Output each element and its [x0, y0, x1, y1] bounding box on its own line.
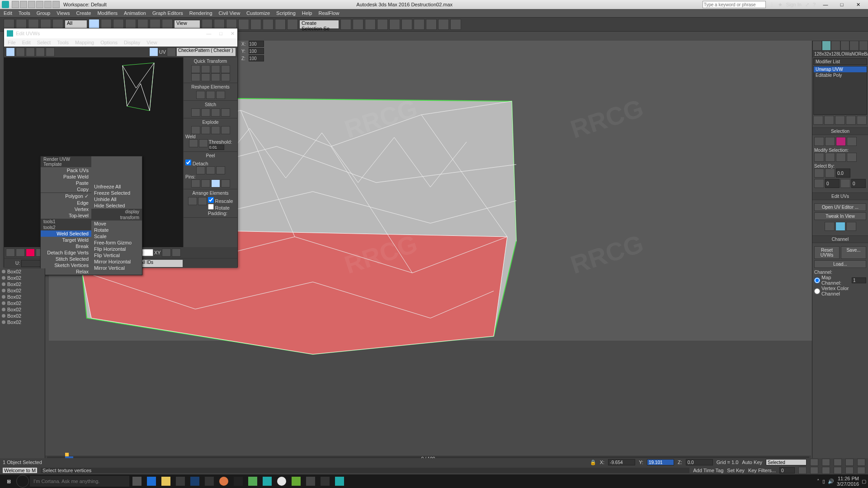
uvb-edge-icon[interactable]	[16, 249, 25, 257]
uv-close-button[interactable]: ✕	[231, 31, 235, 37]
menu-group[interactable]: Group	[37, 10, 51, 16]
ctx-relax[interactable]: Relax	[41, 268, 91, 275]
rotate-checkbox[interactable]	[208, 204, 214, 210]
qt-align-l-icon[interactable]	[191, 65, 200, 73]
modsel-ring-icon[interactable]	[836, 153, 846, 162]
current-frame-input[interactable]	[779, 467, 795, 474]
edit-named-sel-icon[interactable]	[287, 19, 298, 30]
peel-2-icon[interactable]	[206, 166, 215, 174]
maxscript-prompt[interactable]: Welcome to M	[3, 468, 37, 473]
ctx-top-level[interactable]: Top-level	[41, 212, 91, 219]
key-filters-button[interactable]: Key Filters...	[748, 468, 776, 473]
qat-new-icon[interactable]	[12, 1, 19, 8]
maximize-button[interactable]: □	[835, 2, 848, 7]
help-search-input[interactable]	[703, 1, 766, 8]
menu-realflow[interactable]: RealFlow	[318, 10, 339, 16]
settings-icon[interactable]	[203, 474, 216, 488]
uvb-vertex-icon[interactable]	[6, 249, 15, 257]
nav-zoomall-icon[interactable]	[810, 467, 818, 474]
play-next-icon[interactable]	[845, 459, 854, 466]
uv-mirror-icon[interactable]	[46, 47, 55, 56]
sign-in-label[interactable]: Sign In	[786, 2, 802, 7]
modsel-grow-icon[interactable]	[814, 153, 824, 162]
spin-y-input[interactable]	[249, 48, 264, 54]
map-channel-input[interactable]	[852, 277, 866, 283]
spin-z-input[interactable]	[249, 55, 264, 61]
explode-3-icon[interactable]	[211, 126, 220, 134]
epic-icon[interactable]	[231, 474, 245, 488]
qt-align-t-icon[interactable]	[221, 65, 230, 73]
task-view-icon[interactable]	[130, 474, 144, 488]
qt-fit-icon[interactable]	[211, 73, 220, 81]
threshold-input[interactable]	[209, 145, 224, 150]
modifier-stack[interactable]: Unwrap UVW Editable Poly	[813, 66, 867, 115]
nav-fov-icon[interactable]	[822, 467, 830, 474]
y-input[interactable]	[647, 459, 674, 465]
menu-tools[interactable]: Tools	[19, 10, 30, 16]
start-button[interactable]: ⊞	[2, 474, 15, 488]
x-input[interactable]	[608, 459, 635, 465]
uvb-zoomext-icon[interactable]	[220, 260, 227, 267]
stitch-2-icon[interactable]	[201, 108, 210, 117]
camtasia-icon[interactable]	[289, 474, 303, 488]
stack-unwrap[interactable]: Unwrap UVW	[814, 66, 867, 72]
close-button[interactable]: ✕	[852, 2, 864, 8]
menu-create[interactable]: Create	[76, 10, 91, 16]
selby-planar-input[interactable]	[836, 169, 850, 178]
ctx-mirror-h[interactable]: Mirror Horizontal	[91, 258, 142, 265]
tray-clock[interactable]: 11:26 PM 3/27/2016	[837, 476, 859, 487]
sel-face-icon[interactable]	[836, 137, 846, 146]
ctx-flip-v[interactable]: Flip Vertical	[91, 252, 142, 258]
menu-scripting[interactable]: Scripting	[276, 10, 296, 16]
sel-element-icon[interactable]	[847, 137, 857, 146]
menu-rendering[interactable]: Rendering	[189, 10, 212, 16]
z-input[interactable]	[686, 459, 713, 465]
ctx-flip-h[interactable]: Flip Horizontal	[91, 246, 142, 252]
uv-freeform-icon[interactable]	[36, 47, 45, 56]
stitch-4-icon[interactable]	[221, 108, 230, 117]
play-start-icon[interactable]	[810, 459, 818, 466]
explode-4-icon[interactable]	[221, 126, 230, 134]
selection-filter-dropdown[interactable]: All	[65, 20, 87, 29]
app-a-icon[interactable]	[246, 474, 259, 488]
cmd-modify-tab[interactable]	[822, 41, 831, 51]
uv-canvas[interactable]: Render UVW Template Pack UVs Paste Weld …	[4, 57, 183, 247]
minimize-button[interactable]: —	[819, 2, 832, 7]
ctx-rotate[interactable]: Rotate	[91, 227, 142, 233]
ctx-unhide[interactable]: Unhide All	[91, 196, 142, 202]
map-channel-radio[interactable]	[814, 277, 820, 283]
3dsmax-taskbar-icon[interactable]	[333, 474, 346, 488]
edge-icon[interactable]	[145, 474, 158, 488]
uv-menu-file[interactable]: File	[8, 40, 16, 45]
uvb-zoomreg-icon[interactable]	[211, 260, 218, 267]
explorer-icon[interactable]	[159, 474, 173, 488]
material-editor-icon[interactable]	[414, 19, 425, 30]
arr-2-icon[interactable]	[198, 197, 207, 205]
schematic-icon[interactable]	[401, 19, 412, 30]
stitch-3-icon[interactable]	[211, 108, 220, 117]
cmd-create-tab[interactable]	[812, 41, 822, 51]
nav-zoom-icon[interactable]	[798, 467, 807, 474]
uvb-zoom-icon[interactable]	[203, 260, 210, 267]
cmd-hierarchy-tab[interactable]	[831, 41, 840, 51]
reshape-grid-icon[interactable]	[216, 91, 225, 99]
ctx-weld-selected[interactable]: Weld Selected	[41, 230, 91, 237]
weld-2-icon[interactable]	[199, 139, 208, 147]
reshape-relax-icon[interactable]	[206, 91, 215, 99]
uv-minimize-button[interactable]: —	[206, 31, 211, 37]
qt-align-r-icon[interactable]	[211, 65, 220, 73]
qat-link-icon[interactable]	[52, 1, 60, 8]
stack-config-icon[interactable]	[857, 116, 867, 125]
tray-volume-icon[interactable]: 🔊	[828, 479, 834, 484]
quickmap-cyl-icon[interactable]	[846, 222, 856, 231]
modsel-loop-icon[interactable]	[847, 153, 857, 162]
uv-scale-icon[interactable]	[26, 47, 35, 56]
channel-rollup-head[interactable]: Channel	[812, 235, 868, 243]
nav-orbit-icon[interactable]	[845, 467, 854, 474]
menu-edit[interactable]: Edit	[4, 10, 12, 16]
ctx-break[interactable]: Break	[41, 243, 91, 249]
nav-pan-icon[interactable]	[834, 467, 842, 474]
peel-1-icon[interactable]	[196, 166, 205, 174]
uv-menu-mapping[interactable]: Mapping	[75, 40, 94, 45]
cmd-motion-tab[interactable]	[840, 41, 850, 51]
